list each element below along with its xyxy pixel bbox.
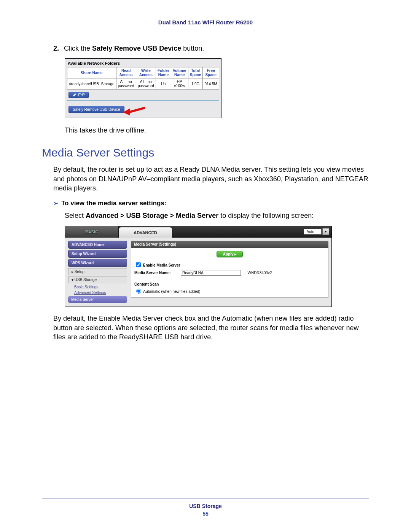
dropdown-icon[interactable]: ▼ <box>322 228 329 235</box>
auto-value: Auto <box>304 229 322 235</box>
fig1-title: Available Network Folders <box>67 60 219 67</box>
sidebar-wps-wizard[interactable]: WPS Wizard <box>68 259 127 267</box>
nav-bold: Advanced > USB Storage > Media Server <box>86 212 218 219</box>
th-read: Read Access <box>116 67 136 78</box>
th-write: Write Access <box>136 67 156 78</box>
server-name-label: Media Server Name: <box>134 271 176 275</box>
td-share: \\readyshare\USB_Storage <box>67 78 116 89</box>
procedure-heading: ➢To view the media server settings: <box>53 200 369 207</box>
router-tabs: BASIC ADVANCED Auto ▼ <box>65 226 331 238</box>
main-panel: Media Server (Settings) Apply ▸ Enable M… <box>131 241 328 303</box>
sidebar-advanced-home[interactable]: ADVANCED Home <box>68 241 127 249</box>
panel-title: Media Server (Settings) <box>131 241 328 248</box>
server-name-suffix: : WNDR3400v2 <box>245 271 272 275</box>
content-scan-title: Content Scan <box>134 282 325 286</box>
figure-media-server: BASIC ADVANCED Auto ▼ ADVANCED Home Setu… <box>65 226 332 307</box>
td-free: 914.5M <box>203 78 219 89</box>
nav-instruction: Select Advanced > USB Storage > Media Se… <box>65 211 369 220</box>
footer-section: USB Storage <box>42 503 369 509</box>
pencil-icon <box>73 93 76 97</box>
divider <box>67 101 219 101</box>
th-free: Free Space <box>203 67 219 78</box>
section-heading: Media Server Settings <box>42 146 369 159</box>
sidebar-setup-wizard[interactable]: Setup Wizard <box>68 250 127 258</box>
sidebar: ADVANCED Home Setup Wizard WPS Wizard ▸ … <box>68 241 127 303</box>
nav-post: to display the following screen: <box>218 212 314 219</box>
server-name-input[interactable] <box>181 270 241 276</box>
page-footer: USB Storage 55 <box>42 498 369 517</box>
nav-pre: Select <box>65 212 86 219</box>
sidebar-usb-storage[interactable]: ▾ USB Storage <box>68 276 127 283</box>
triangle-icon: ➢ <box>53 200 58 206</box>
folders-table: Share Name Read Access Write Access Fold… <box>67 67 219 89</box>
th-total: Total Space <box>188 67 203 78</box>
enable-media-server-row: Enable Media Server <box>134 261 325 268</box>
td-total: 1.9G <box>188 78 203 89</box>
figure-network-folders: Available Network Folders Share Name Rea… <box>65 58 221 118</box>
td-folder: U:\ <box>156 78 171 89</box>
th-share: Share Name <box>67 67 116 78</box>
edit-label: Edit <box>78 93 84 97</box>
safely-remove-button[interactable]: Safely Remove USB Device <box>68 106 124 113</box>
step-2: 2. Click the Safely Remove USB Device bu… <box>53 45 369 53</box>
sidebar-setup[interactable]: ▸ Setup <box>68 268 127 275</box>
step-text-pre: Click the <box>64 45 92 52</box>
after-fig1-text: This takes the drive offline. <box>65 126 369 135</box>
svg-marker-0 <box>123 107 145 115</box>
td-write: All - no password <box>136 78 156 89</box>
server-name-row: Media Server Name: : WNDR3400v2 <box>134 270 325 279</box>
step-number: 2. <box>53 45 59 52</box>
edit-button[interactable]: Edit <box>68 92 89 98</box>
enable-media-server-label: Enable Media Server <box>143 263 180 267</box>
document-header: Dual Band 11ac WiFi Router R6200 <box>42 19 369 26</box>
procedure-text: To view the media server settings: <box>61 200 167 207</box>
step-text-bold: Safely Remove USB Device <box>92 45 181 52</box>
intro-paragraph: By default, the router is set up to act … <box>53 165 369 193</box>
closing-paragraph: By default, the Enable Media Server chec… <box>53 314 369 342</box>
auto-select[interactable]: Auto ▼ <box>304 228 329 235</box>
footer-page-number: 55 <box>42 511 369 517</box>
sidebar-basic-settings[interactable]: Basic Settings <box>68 284 127 290</box>
th-volume: Volume Name <box>171 67 188 78</box>
td-read: All - no password <box>116 78 136 89</box>
table-row: \\readyshare\USB_Storage All - no passwo… <box>67 78 219 89</box>
enable-media-server-checkbox[interactable] <box>136 262 141 267</box>
content-scan-row: Automatic (when new files added) <box>134 288 325 294</box>
th-folder: Folder Name <box>156 67 171 78</box>
sidebar-advanced-settings[interactable]: Advanced Settings <box>68 290 127 296</box>
callout-arrow-icon <box>123 105 146 115</box>
tab-advanced[interactable]: ADVANCED <box>119 227 172 238</box>
sidebar-media-server[interactable]: Media Server <box>68 296 127 303</box>
apply-button[interactable]: Apply ▸ <box>217 251 243 257</box>
auto-scan-radio[interactable] <box>136 289 141 294</box>
td-volume: HP v100w <box>171 78 188 89</box>
step-text-post: button. <box>181 45 204 52</box>
tab-basic[interactable]: BASIC <box>65 226 119 238</box>
auto-scan-label: Automatic (when new files added) <box>143 289 200 294</box>
